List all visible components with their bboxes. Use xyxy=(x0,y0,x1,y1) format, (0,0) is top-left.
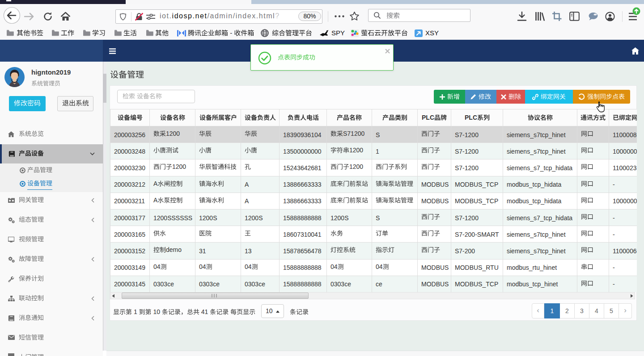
svg-text:PLC: PLC xyxy=(465,114,477,121)
svg-text:A: A xyxy=(153,180,158,187)
svg-text:PLC: PLC xyxy=(422,114,434,121)
svg-text:04: 04 xyxy=(153,264,161,270)
svg-text:-: - xyxy=(228,29,234,37)
svg-text:SPY: SPY xyxy=(331,29,345,37)
svg-text:1200: 1200 xyxy=(166,130,180,137)
svg-text:demo: demo xyxy=(166,247,182,253)
svg-text:1200: 1200 xyxy=(349,147,363,154)
svg-text:10: 10 xyxy=(152,309,162,315)
svg-text:1: 1 xyxy=(132,309,139,315)
svg-text:04: 04 xyxy=(376,264,383,270)
svg-text:04: 04 xyxy=(199,264,206,270)
svg-text:10: 10 xyxy=(266,308,273,314)
svg-text:41: 41 xyxy=(199,309,210,315)
svg-text:A: A xyxy=(153,197,158,204)
svg-text:1200: 1200 xyxy=(172,163,186,170)
svg-text:04: 04 xyxy=(245,264,252,270)
svg-text:04: 04 xyxy=(330,264,338,270)
svg-text:XSY: XSY xyxy=(425,29,439,37)
svg-text:S71200: S71200 xyxy=(343,130,364,137)
svg-text:1200: 1200 xyxy=(349,163,363,170)
svg-text:hignton2019: hignton2019 xyxy=(31,69,71,76)
